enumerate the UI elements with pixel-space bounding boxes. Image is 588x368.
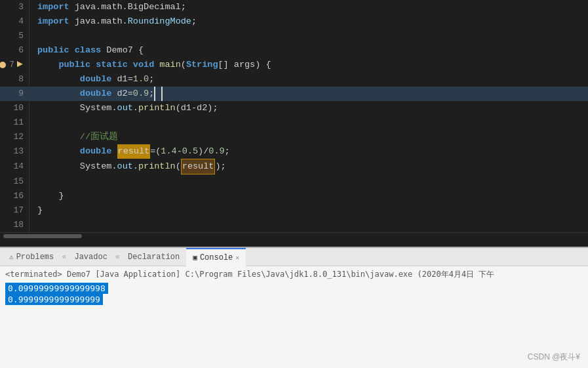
editor-area: 3 import java.math.BigDecimal; 4 import … xyxy=(0,0,588,247)
code-3-text: java.math.BigDecimal; xyxy=(69,0,186,14)
horizontal-scrollbar[interactable] xyxy=(3,234,82,238)
line-number-9: 9 xyxy=(0,87,29,101)
kw-static-7: static xyxy=(96,58,128,72)
method-main-7: main xyxy=(159,58,180,72)
tab-separator-2: « xyxy=(115,253,120,262)
tab-declaration-label: Declaration xyxy=(128,253,180,262)
code-line-10: 10 System. out . println (d1-d2); xyxy=(0,101,588,115)
horizontal-scrollbar-area[interactable] xyxy=(0,232,588,239)
line-num-6-text: 6 xyxy=(18,43,24,58)
kw-void-7: void xyxy=(133,58,154,72)
tab-declaration[interactable]: Declaration xyxy=(121,248,186,266)
line-content-16: } xyxy=(29,189,64,203)
line-num-16-text: 16 xyxy=(13,189,24,203)
breakpoint-dot-7 xyxy=(0,62,6,68)
line-num-13-text: 13 xyxy=(13,144,24,159)
var-d1-8: d1= xyxy=(111,72,132,87)
line-content-8: double d1= 1.0 ; xyxy=(29,72,154,87)
line-number-10: 10 xyxy=(0,101,29,115)
var-result-highlight2: result xyxy=(181,159,216,174)
line-number-11: 11 xyxy=(0,115,29,130)
type-string-7: String xyxy=(186,58,218,72)
code-line-6: 6 public class Demo7 { xyxy=(0,43,588,58)
kw-public-7: public xyxy=(58,58,90,72)
code-line-11: 11 xyxy=(0,115,588,130)
line-content-11 xyxy=(29,115,37,130)
line-number-17: 17 xyxy=(0,203,29,218)
line-number-13: 13 xyxy=(0,144,29,159)
kw-class-6: class xyxy=(75,43,102,58)
line-content-9: double d2= 0.9 ; xyxy=(29,87,163,101)
num-09-13: 0.9 xyxy=(208,144,224,159)
rounding-mode: RoundingMode xyxy=(128,14,191,29)
line-content-4: import java.math.RoundingMode; xyxy=(29,14,197,29)
kw-public-6: public xyxy=(37,43,69,58)
line-content-15 xyxy=(29,174,37,189)
line-num-12-text: 12 xyxy=(13,130,24,144)
line-num-10-text: 10 xyxy=(13,101,24,115)
code-line-16: 16 } xyxy=(0,189,588,203)
kw-double-13: double xyxy=(80,144,112,159)
tab-javadoc[interactable]: Javadoc xyxy=(68,248,113,266)
line-num-5-text: 5 xyxy=(18,29,24,43)
comment-12: //面试题 xyxy=(80,130,118,144)
console-output: <terminated> Demo7 [Java Application] C:… xyxy=(0,266,588,368)
code-line-5: 5 xyxy=(0,29,588,43)
line-number-4: 4 xyxy=(0,14,29,29)
field-out-10: out xyxy=(117,101,133,115)
closing-brace-16: } xyxy=(37,189,64,203)
line-num-8-text: 8 xyxy=(18,72,24,87)
line-number-12: 12 xyxy=(0,130,29,144)
line-number-3: 3 xyxy=(0,0,29,14)
output-value-2: 0.9999999999999999 xyxy=(5,294,103,305)
tab-console[interactable]: ▣ Console ✕ xyxy=(186,248,246,266)
line-content-6: public class Demo7 { xyxy=(29,43,144,58)
line-number-5: 5 xyxy=(0,29,29,43)
num-09-9: 0.9 xyxy=(133,87,149,101)
line-number-6: 6 xyxy=(0,43,29,58)
line-number-15: 15 xyxy=(0,174,29,189)
num-05-13: 0.5 xyxy=(182,144,198,159)
code-line-17: 17 } xyxy=(0,203,588,218)
line-number-18: 18 xyxy=(0,218,29,232)
tab-problems-label: Problems xyxy=(16,253,54,262)
line-num-7-text: 7 xyxy=(9,58,14,72)
line-number-8: 8 xyxy=(0,72,29,87)
field-out-14: out xyxy=(117,159,133,174)
var-result-highlight: result xyxy=(117,144,151,159)
line-content-7: public static void main ( String [] args… xyxy=(29,58,271,72)
code-line-8: 8 double d1= 1.0 ; xyxy=(0,72,588,87)
code-line-14: 14 System. out . println ( result ); xyxy=(0,159,588,174)
code-line-13: 13 double result =( 1.4 - 0.5 )/ 0.9 ; xyxy=(0,144,588,159)
tab-problems[interactable]: ⚠ Problems xyxy=(3,248,60,266)
line-num-17-text: 17 xyxy=(13,203,24,218)
line-num-18-text: 18 xyxy=(13,218,24,232)
line-content-3: import java.math.BigDecimal; xyxy=(29,0,186,14)
line-content-13: double result =( 1.4 - 0.5 )/ 0.9 ; xyxy=(29,144,230,159)
code-line-18: 18 xyxy=(0,218,588,232)
line-num-15-text: 15 xyxy=(13,174,24,189)
code-line-9: 9 double d2= 0.9 ; xyxy=(0,87,588,101)
tab-console-label: Console xyxy=(200,253,233,262)
closing-brace-17: } xyxy=(37,203,43,218)
code-line-15: 15 xyxy=(0,174,588,189)
cursor-9 xyxy=(156,87,163,101)
line-num-9-text: 9 xyxy=(18,87,24,101)
tab-separator-1: « xyxy=(62,253,66,262)
num-1-8: 1.0 xyxy=(133,72,149,87)
line-content-17: } xyxy=(29,203,43,218)
bottom-panel: ⚠ Problems « Javadoc « Declaration ▣ Con… xyxy=(0,247,588,368)
kw-import-4: import xyxy=(37,14,69,29)
watermark: CSDN @夜斗¥ xyxy=(528,352,580,363)
line-num-14-text: 14 xyxy=(13,159,24,174)
kw-import-3: import xyxy=(37,0,69,14)
terminated-line: <terminated> Demo7 [Java Application] C:… xyxy=(5,269,583,280)
line-number-16: 16 xyxy=(0,189,29,203)
line-num-3-text: 3 xyxy=(18,0,24,14)
code-line-7: 7 ⯈ public static void main ( String [] … xyxy=(0,58,588,72)
line-content-12: //面试题 xyxy=(29,130,118,144)
code-line-3: 3 import java.math.BigDecimal; xyxy=(0,0,588,14)
line-num-4-text: 4 xyxy=(18,14,24,29)
line-content-14: System. out . println ( result ); xyxy=(29,159,226,174)
code-container: 3 import java.math.BigDecimal; 4 import … xyxy=(0,0,588,232)
